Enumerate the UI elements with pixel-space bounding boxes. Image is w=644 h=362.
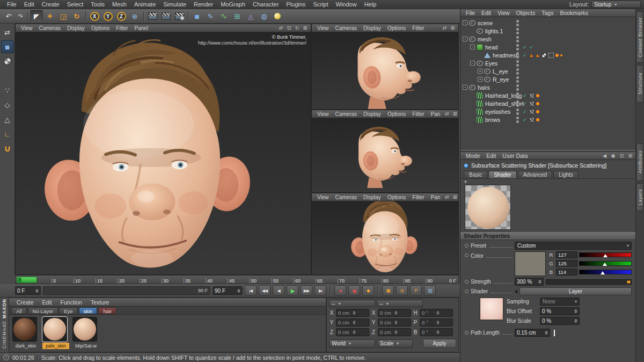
vp-menu-display[interactable]: Display xyxy=(64,25,88,31)
size-mode-select[interactable]: -- xyxy=(377,300,423,307)
vp-menu-view[interactable]: View xyxy=(314,194,332,200)
sampling-select[interactable]: None xyxy=(540,298,580,306)
tree-item-lights1[interactable]: lights.1 xyxy=(460,27,636,35)
add-spline-icon[interactable]: ✎ xyxy=(204,10,217,23)
lock-x-axis-button[interactable]: X xyxy=(88,10,101,23)
vp-menu-filter[interactable]: Filter xyxy=(409,111,427,117)
tab-layers[interactable]: Layers xyxy=(636,183,644,211)
vp-menu-cameras[interactable]: Cameras xyxy=(332,25,361,31)
texture-tag-icon[interactable] xyxy=(541,53,547,58)
vp-menu-options[interactable]: Options xyxy=(88,25,113,31)
preset-select[interactable]: Custom xyxy=(515,242,632,250)
layer-tab-eye[interactable]: Eye xyxy=(59,307,77,314)
add-environment-icon[interactable]: ◍ xyxy=(258,10,270,23)
visibility-dots[interactable] xyxy=(516,44,519,50)
anim-dot-icon[interactable] xyxy=(465,289,469,293)
visibility-dots[interactable] xyxy=(516,108,519,115)
edges-mode-icon[interactable]: ◇ xyxy=(1,98,14,111)
tab-attributes[interactable]: Attributes xyxy=(636,143,644,181)
maximize-view-icon[interactable]: ⊞ xyxy=(449,25,456,31)
tree-item-headmesh[interactable]: headmesh ✓ ▲ ▲ xyxy=(460,51,636,59)
rot-b-field[interactable]: 0 ° xyxy=(420,328,453,336)
green-slider[interactable] xyxy=(579,261,632,266)
material-pale-skin[interactable]: pale_skin xyxy=(42,317,69,349)
expander-icon[interactable] xyxy=(470,45,475,49)
tab-basic[interactable]: Basic xyxy=(464,171,487,178)
points-mode-icon[interactable]: ∵ xyxy=(1,84,14,97)
redo-icon[interactable]: ↷ xyxy=(16,10,25,23)
hair-material-tag-icon[interactable] xyxy=(529,101,535,106)
next-frame-button[interactable]: ▶▶ xyxy=(301,285,312,296)
menu-file[interactable]: File xyxy=(3,1,20,8)
mm-menu-function[interactable]: Function xyxy=(56,299,86,306)
menu-create[interactable]: Create xyxy=(38,1,63,8)
enabled-check-icon[interactable]: ✓ xyxy=(523,93,528,98)
tab-structure[interactable]: Structure xyxy=(636,65,644,103)
red-slider[interactable] xyxy=(579,252,632,257)
pos-y-field[interactable]: 0 cm xyxy=(336,318,369,327)
om-menu-view[interactable]: View xyxy=(494,10,513,16)
coordinate-space-select[interactable]: World xyxy=(329,339,375,348)
vp-menu-options[interactable]: Options xyxy=(384,111,409,117)
live-selection-icon[interactable]: ◤ xyxy=(30,10,43,23)
frame-range-slider[interactable]: 90 F xyxy=(43,286,210,295)
hair-material-tag-icon[interactable] xyxy=(529,93,535,98)
anim-dot-icon[interactable] xyxy=(465,254,469,257)
shader-expand-icon[interactable] xyxy=(515,289,517,294)
material-tag-icon[interactable] xyxy=(536,118,539,121)
move-tool-icon[interactable]: + xyxy=(43,10,56,23)
viewport-side-mid[interactable]: View Cameras Display Options Filter Pan … xyxy=(311,110,459,193)
menu-mesh[interactable]: Mesh xyxy=(108,1,130,8)
frame-start-field[interactable]: 0 F xyxy=(15,286,41,295)
model-mode-icon[interactable]: ■ xyxy=(1,40,14,53)
vp-menu-display[interactable]: Display xyxy=(360,111,384,117)
vp-menu-view[interactable]: View xyxy=(18,25,36,31)
goto-start-button[interactable]: |◀ xyxy=(245,285,257,296)
material-preview-sphere[interactable] xyxy=(42,317,67,342)
tree-item-l-eye[interactable]: L_eye xyxy=(460,67,636,75)
visibility-dots[interactable] xyxy=(516,60,519,67)
vp-menu-options[interactable]: Options xyxy=(384,25,409,31)
expander-icon[interactable] xyxy=(463,37,467,41)
record-position-button[interactable]: ▣ xyxy=(382,285,394,296)
layer-tab-nolayer[interactable]: No Layer xyxy=(28,307,58,314)
vp-menu-pan[interactable]: Pan xyxy=(428,111,444,117)
vp-menu-panel[interactable]: Panel xyxy=(131,25,152,31)
material-tag-icon[interactable] xyxy=(536,110,539,113)
menu-mograph[interactable]: MoGraph xyxy=(217,1,249,8)
tree-item-mesh[interactable]: mesh xyxy=(460,35,636,43)
undo-icon[interactable]: ↶ xyxy=(2,10,15,23)
enabled-check-icon[interactable]: ✓ xyxy=(523,53,528,58)
enabled-check-icon[interactable]: ✓ xyxy=(523,117,528,122)
menu-character[interactable]: Character xyxy=(249,1,282,8)
visibility-dots[interactable] xyxy=(516,100,519,107)
red-value-field[interactable]: 127 xyxy=(556,251,577,258)
search-icon[interactable]: ⊡ xyxy=(618,153,625,159)
record-parameter-button[interactable]: P xyxy=(410,285,422,296)
add-light-icon[interactable] xyxy=(271,10,284,23)
timeline-playhead[interactable] xyxy=(17,277,37,283)
vp-menu-options[interactable]: Options xyxy=(384,194,409,200)
material-dark-skin[interactable]: dark_skin xyxy=(12,317,39,349)
hair-material-tag-icon[interactable] xyxy=(529,117,535,122)
scale-tool-icon[interactable]: ◲ xyxy=(57,10,70,23)
rotate-tool-icon[interactable]: ↻ xyxy=(70,10,83,23)
vp-menu-view[interactable]: View xyxy=(314,25,332,31)
menu-simulate[interactable]: Simulate xyxy=(159,1,190,8)
om-menu-tags[interactable]: Tags xyxy=(538,10,557,16)
pan-view-icon[interactable]: ⇄ xyxy=(443,111,450,117)
mm-menu-create[interactable]: Create xyxy=(12,299,38,306)
material-tag-icon[interactable] xyxy=(555,54,559,57)
viewport-side-top[interactable]: View Cameras Display Options Filter ⇄ ⊞ xyxy=(311,24,459,110)
om-menu-edit[interactable]: Edit xyxy=(478,10,494,16)
layer-tab-all[interactable]: All xyxy=(11,307,27,314)
maximize-view-icon[interactable]: ⊞ xyxy=(451,194,458,200)
expander-icon[interactable] xyxy=(463,20,467,25)
visibility-dots[interactable] xyxy=(516,84,519,91)
shader-layer-button[interactable]: Layer xyxy=(519,287,632,295)
pan-view-icon[interactable]: ⇄ xyxy=(443,194,450,200)
tab-advanced[interactable]: Advanced xyxy=(518,171,552,178)
keyframe-button[interactable]: ◆ xyxy=(362,285,374,296)
pos-z-field[interactable]: 0 cm xyxy=(336,328,369,336)
pan-view-icon[interactable]: ⇄ xyxy=(441,25,448,31)
